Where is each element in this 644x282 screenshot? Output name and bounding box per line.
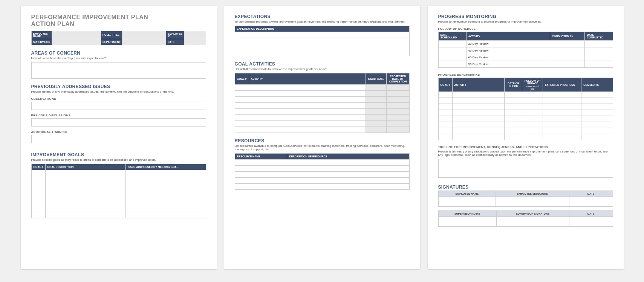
expect-table: EXPECTATION DESCRIPTION xyxy=(235,26,410,56)
page-1: PERFORMANCE IMPROVEMENT PLAN ACTION PLAN… xyxy=(21,6,217,269)
table-row[interactable] xyxy=(438,41,466,47)
fu-h2: ACTIVITY xyxy=(466,32,550,41)
followup-table: DATE SCHEDULED ACTIVITY CONDUCTED BY DAT… xyxy=(438,32,613,68)
obs-label: OBSERVATIONS xyxy=(31,97,206,101)
table-row[interactable] xyxy=(235,38,409,44)
field-emp-id[interactable] xyxy=(184,31,206,39)
fu-activity[interactable]: 45 Day Review xyxy=(466,47,550,54)
field-department[interactable] xyxy=(122,39,166,45)
table-row[interactable] xyxy=(438,116,452,122)
sig-supervisor-table: SUPERVISOR NAME SUPERVISOR SIGNATURE DAT… xyxy=(438,210,613,227)
sig-field[interactable] xyxy=(496,217,569,227)
table-row[interactable] xyxy=(235,115,249,121)
table-row[interactable] xyxy=(235,127,249,133)
obs-box[interactable] xyxy=(31,102,206,110)
table-row[interactable] xyxy=(235,166,287,172)
table-row[interactable] xyxy=(235,172,287,178)
table-row[interactable] xyxy=(438,47,466,54)
bench-h1: GOAL # xyxy=(438,78,452,92)
timeline-sub: Provide a summary of any stipulations pl… xyxy=(438,150,613,157)
sig-field[interactable] xyxy=(569,197,613,207)
disc-label: PREVIOUS DISCUSSIONS xyxy=(31,114,206,117)
table-row[interactable] xyxy=(31,170,45,176)
resources-table: RESOURCE NAME DESCRIPTION OF RESOURCE xyxy=(235,153,410,190)
goals-h3: ISSUE ADDRESSED BY MEETING GOAL xyxy=(125,164,206,170)
table-row[interactable] xyxy=(31,206,45,212)
sig-field[interactable] xyxy=(569,217,613,227)
table-row[interactable] xyxy=(438,134,452,140)
table-row[interactable] xyxy=(31,212,45,218)
label-date: DATE xyxy=(166,39,184,45)
field-emp-name[interactable] xyxy=(52,31,101,39)
table-row[interactable] xyxy=(438,61,466,68)
table-row[interactable] xyxy=(438,122,452,128)
res-h2: DESCRIPTION OF RESOURCE xyxy=(287,154,409,160)
progress-title: PROGRESS MONITORING xyxy=(438,14,613,19)
sig-field[interactable] xyxy=(438,197,496,207)
activities-table: GOAL # ACTIVITY START DATE PROJECTED DAT… xyxy=(235,73,410,133)
table-row[interactable] xyxy=(438,98,452,104)
sig-emp-sig: EMPLOYEE SIGNATURE xyxy=(496,191,569,197)
areas-title: AREAS OF CONCERN xyxy=(31,50,206,56)
areas-box[interactable] xyxy=(31,62,206,79)
doc-title: PERFORMANCE IMPROVEMENT PLAN ACTION PLAN xyxy=(31,14,206,28)
table-row[interactable] xyxy=(438,54,466,61)
page-3: PROGRESS MONITORING Provide an evaluatio… xyxy=(428,6,624,269)
fu-activity[interactable]: 30 Day Review xyxy=(466,41,550,47)
table-row[interactable] xyxy=(235,160,287,166)
expect-h1: EXPECTATION DESCRIPTION xyxy=(235,26,409,32)
table-row[interactable] xyxy=(235,32,409,38)
act-h4: PROJECTED DATE OF COMPLETION xyxy=(387,73,409,85)
table-row[interactable] xyxy=(235,44,409,50)
table-row[interactable] xyxy=(235,184,287,190)
table-row[interactable] xyxy=(438,92,452,98)
resources-title: RESOURCES xyxy=(235,138,410,143)
label-department: DEPARTMENT xyxy=(101,39,122,45)
fu-activity[interactable]: 90 Day Review xyxy=(466,61,550,68)
fu-h1: DATE SCHEDULED xyxy=(438,32,466,41)
field-supervisor[interactable] xyxy=(52,39,101,45)
disc-box[interactable] xyxy=(31,118,206,127)
table-row[interactable] xyxy=(31,176,45,182)
bench-h4: FOLLOW-UP METHODphone, email, mtg xyxy=(522,78,543,92)
field-role[interactable] xyxy=(122,31,166,39)
table-row[interactable] xyxy=(235,91,249,97)
train-label: ADDITIONAL TRAINING xyxy=(31,130,206,134)
timeline-box[interactable] xyxy=(438,159,613,178)
fu-activity[interactable]: 60 Day Review xyxy=(466,54,550,61)
title-line: PERFORMANCE IMPROVEMENT PLAN xyxy=(31,14,148,20)
table-row[interactable] xyxy=(31,182,45,188)
page-container: PERFORMANCE IMPROVEMENT PLAN ACTION PLAN… xyxy=(6,6,638,269)
table-row[interactable] xyxy=(235,97,249,103)
goals-h2: GOAL DESCRIPTION xyxy=(45,164,125,170)
sig-field[interactable] xyxy=(496,197,569,207)
prev-sub: Provide details of any previously addres… xyxy=(31,90,206,93)
bench-label: PROGRESS BENCHMARKS xyxy=(438,73,613,76)
timeline-label: TIMELINE FOR IMPROVEMENT, CONSEQUENCES, … xyxy=(438,145,613,149)
table-row[interactable] xyxy=(235,121,249,127)
table-row[interactable] xyxy=(31,188,45,194)
table-row[interactable] xyxy=(31,194,45,200)
table-row[interactable] xyxy=(235,109,249,115)
sig-date2: DATE xyxy=(569,211,613,217)
table-row[interactable] xyxy=(235,178,287,184)
train-box[interactable] xyxy=(31,135,206,143)
table-row[interactable] xyxy=(235,103,249,109)
bench-table: GOAL # ACTIVITY DATE OF CHECK FOLLOW-UP … xyxy=(438,78,613,140)
fu-h4: DATE COMPLETED xyxy=(585,32,613,41)
bench-h3: DATE OF CHECK xyxy=(505,78,522,92)
expect-sub: To demonstrate progress toward improveme… xyxy=(235,20,410,23)
table-row[interactable] xyxy=(235,50,409,56)
act-h1: GOAL # xyxy=(235,73,249,85)
table-row[interactable] xyxy=(438,110,452,116)
title-line: ACTION PLAN xyxy=(31,21,75,27)
table-row[interactable] xyxy=(438,104,452,110)
table-row[interactable] xyxy=(438,128,452,134)
table-row[interactable] xyxy=(31,200,45,206)
progress-sub: Provide an evaluation schedule to monito… xyxy=(438,20,613,23)
sig-field[interactable] xyxy=(438,217,496,227)
res-h1: RESOURCE NAME xyxy=(235,154,287,160)
field-date[interactable] xyxy=(184,39,206,45)
label-emp-name: EMPLOYEE NAME xyxy=(31,31,52,39)
table-row[interactable] xyxy=(235,85,249,91)
